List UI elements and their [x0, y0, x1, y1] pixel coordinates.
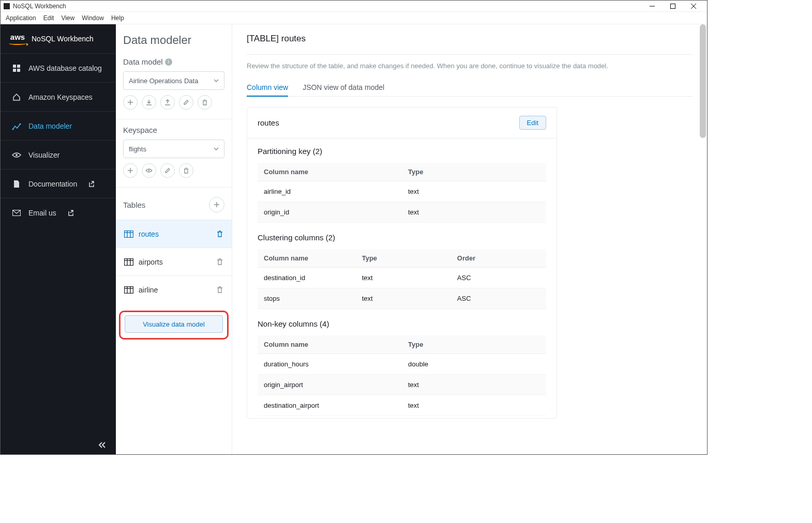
- view-keyspace-button[interactable]: [142, 163, 156, 178]
- edit-button[interactable]: Edit: [519, 116, 546, 130]
- grid-icon: [12, 64, 21, 73]
- keyspace-value: flights: [129, 145, 146, 153]
- table-item-airline[interactable]: airline: [116, 275, 232, 303]
- nav-documentation[interactable]: Documentation: [1, 170, 116, 198]
- data-model-select[interactable]: Airline Operations Data: [123, 71, 224, 90]
- svg-point-20: [148, 170, 150, 172]
- eye-icon: [12, 150, 21, 160]
- sidebar: aws NoSQL Workbench AWS database catalog…: [1, 24, 116, 454]
- nav-label: Email us: [28, 209, 56, 217]
- col-header-name: Column name: [258, 335, 402, 354]
- upload-icon: [164, 99, 171, 105]
- cell-type: text: [402, 181, 546, 202]
- eye-icon: [145, 168, 153, 173]
- non-key-columns-title: Non-key columns (4): [258, 319, 546, 328]
- svg-rect-5: [17, 65, 20, 68]
- nav-email-us[interactable]: Email us: [1, 198, 116, 227]
- col-header-name: Column name: [258, 249, 356, 268]
- divider: [116, 187, 232, 188]
- keyspace-select[interactable]: flights: [123, 140, 224, 158]
- nav-data-modeler[interactable]: Data modeler: [1, 112, 116, 141]
- cell-type: text: [402, 202, 546, 223]
- trash-icon: [183, 167, 189, 174]
- table-item-routes[interactable]: routes: [116, 220, 232, 248]
- visualize-highlight: Visualize data model: [119, 311, 229, 340]
- table-icon: [124, 230, 133, 238]
- aws-logo-text: aws: [10, 33, 25, 41]
- cell-type: text: [402, 375, 546, 395]
- nav-amazon-keyspaces[interactable]: Amazon Keyspaces: [1, 83, 116, 112]
- download-icon: [146, 99, 152, 105]
- menubar: Application Edit View Window Help: [1, 12, 707, 24]
- add-keyspace-button[interactable]: [123, 163, 138, 178]
- page-subtitle: Review the structure of the table, and m…: [247, 54, 693, 70]
- scrollbar[interactable]: [700, 24, 706, 454]
- cell-column-name: origin_id: [258, 202, 402, 223]
- modeler-icon: [12, 121, 21, 131]
- col-header-type: Type: [402, 163, 546, 181]
- table-name: airline: [139, 286, 158, 294]
- menu-view[interactable]: View: [61, 14, 74, 22]
- data-model-value: Airline Operations Data: [129, 77, 198, 85]
- maximize-button[interactable]: [663, 1, 683, 12]
- data-model-section-head: Data model i: [116, 57, 232, 71]
- table-icon: [124, 258, 133, 266]
- visualize-data-model-button[interactable]: Visualize data model: [125, 315, 223, 333]
- brand: aws NoSQL Workbench: [1, 24, 116, 54]
- tab-column-view[interactable]: Column view: [247, 79, 288, 97]
- aws-smile-icon: [9, 42, 26, 45]
- table-item-airports[interactable]: airports: [116, 248, 232, 275]
- tables-header: Tables: [116, 194, 232, 220]
- table-card: routes Edit Partitioning key (2) Column …: [247, 107, 557, 419]
- aws-logo: aws: [9, 33, 26, 45]
- menu-help[interactable]: Help: [111, 14, 124, 22]
- partition-key-group: Partitioning key (2) Column name Type ai…: [247, 139, 557, 225]
- nav-visualizer[interactable]: Visualizer: [1, 141, 116, 170]
- menu-edit[interactable]: Edit: [43, 14, 54, 22]
- table-row: origin_airport text: [258, 375, 546, 395]
- add-data-model-button[interactable]: [123, 95, 138, 110]
- table-row: destination_id text ASC: [258, 268, 546, 288]
- cell-column-name: duration_hours: [258, 354, 402, 375]
- titlebar-left: NoSQL Workbench: [4, 3, 66, 10]
- delete-table-button[interactable]: [216, 258, 223, 266]
- plus-icon: [127, 99, 133, 105]
- trash-icon: [216, 286, 223, 294]
- import-button[interactable]: [142, 95, 156, 110]
- info-icon[interactable]: i: [165, 58, 172, 66]
- menu-window[interactable]: Window: [82, 14, 104, 22]
- cell-column-name: stops: [258, 288, 356, 309]
- export-button[interactable]: [160, 95, 175, 110]
- app-window: NoSQL Workbench Application Edit View Wi…: [0, 0, 708, 455]
- add-table-button[interactable]: [209, 197, 224, 212]
- svg-rect-7: [17, 69, 20, 72]
- nav-aws-database-catalog[interactable]: AWS database catalog: [1, 54, 116, 83]
- divider: [116, 119, 232, 119]
- brand-title: NoSQL Workbench: [32, 35, 94, 43]
- sidebar-collapse[interactable]: [1, 436, 116, 454]
- edit-data-model-button[interactable]: [179, 95, 193, 110]
- minimize-button[interactable]: [642, 1, 663, 12]
- nav-label: Amazon Keyspaces: [28, 93, 93, 101]
- delete-keyspace-button[interactable]: [179, 163, 193, 178]
- collapse-icon: [98, 442, 107, 448]
- delete-data-model-button[interactable]: [198, 95, 212, 110]
- partition-key-title: Partitioning key (2): [258, 147, 546, 156]
- menu-application[interactable]: Application: [6, 14, 36, 22]
- data-modeler-panel: Data modeler Data model i Airline Operat…: [116, 24, 232, 454]
- delete-table-button[interactable]: [216, 230, 223, 238]
- card-header: routes Edit: [247, 107, 557, 139]
- document-icon: [12, 179, 21, 189]
- scrollbar-thumb[interactable]: [700, 24, 706, 138]
- mail-icon: [12, 208, 21, 218]
- tab-json-view[interactable]: JSON view of data model: [303, 79, 384, 96]
- delete-table-button[interactable]: [216, 286, 223, 294]
- tables-label: Tables: [123, 201, 145, 209]
- svg-rect-4: [13, 65, 16, 68]
- close-button[interactable]: [683, 1, 704, 12]
- svg-point-9: [20, 123, 21, 125]
- trash-icon: [202, 99, 208, 105]
- edit-keyspace-button[interactable]: [160, 163, 175, 178]
- cell-order: ASC: [451, 288, 546, 309]
- cell-type: text: [356, 288, 451, 309]
